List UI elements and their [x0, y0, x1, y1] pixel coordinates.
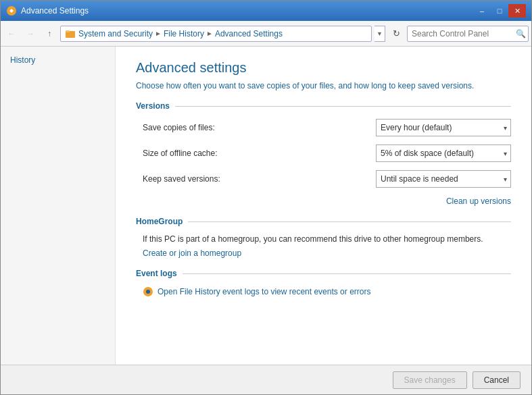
save-copies-row: Save copies of files: Every 10 minutes E…	[136, 119, 511, 136]
cache-size-select[interactable]: 2% of disk space 5% of disk space (defau…	[376, 144, 511, 162]
minimize-button[interactable]: –	[473, 4, 491, 18]
main-window: Advanced Settings – □ ✕ ← → ↑ System and…	[0, 0, 532, 395]
svg-rect-2	[66, 30, 70, 32]
homegroup-section-header: HomeGroup	[136, 217, 511, 226]
homegroup-section-title: HomeGroup	[136, 217, 183, 226]
address-path: System and Security ► File History ► Adv…	[60, 26, 372, 42]
page-description: Choose how often you want to save copies…	[136, 81, 511, 90]
leftnav-item-history[interactable]: History	[1, 52, 115, 68]
search-icon: 🔍	[516, 29, 526, 38]
page-desc-text2: to keep saved versions.	[387, 81, 474, 90]
title-bar-buttons: – □ ✕	[473, 4, 526, 18]
back-button[interactable]: ←	[3, 26, 20, 42]
search-box[interactable]: 🔍	[407, 26, 529, 42]
save-copies-select[interactable]: Every 10 minutes Every 15 minutes Every …	[376, 119, 511, 136]
bottom-bar: Save changes Cancel	[1, 365, 531, 394]
path-system-security[interactable]: System and Security	[78, 29, 153, 38]
close-button[interactable]: ✕	[508, 4, 526, 18]
keep-versions-label: Keep saved versions:	[143, 174, 376, 184]
versions-section-header: Versions	[136, 101, 511, 111]
forward-button[interactable]: →	[22, 26, 39, 42]
address-bar: ← → ↑ System and Security ► File History…	[1, 21, 531, 47]
homegroup-section-line	[188, 221, 511, 222]
keep-versions-select[interactable]: 1 month 3 months 6 months 9 months 1 yea…	[376, 170, 511, 188]
cache-size-row: Size of offline cache: 2% of disk space …	[136, 144, 511, 162]
save-copies-label: Save copies of files:	[143, 123, 376, 132]
window-title: Advanced Settings	[21, 6, 89, 16]
app-icon	[6, 5, 17, 16]
versions-section-title: Versions	[136, 101, 170, 111]
eventlogs-section-header: Event logs	[136, 269, 511, 278]
refresh-button[interactable]: ↻	[388, 26, 404, 42]
maximize-button[interactable]: □	[491, 4, 508, 18]
versions-section-line	[175, 106, 511, 107]
cache-size-label: Size of offline cache:	[143, 149, 376, 158]
up-button[interactable]: ↑	[41, 26, 57, 42]
cancel-button[interactable]: Cancel	[473, 371, 521, 389]
left-nav: History	[1, 47, 116, 365]
homegroup-link[interactable]: Create or join a homegroup	[143, 248, 241, 258]
homegroup-link-container: Create or join a homegroup	[136, 248, 511, 258]
content-area: Advanced settings Choose how often you w…	[116, 47, 531, 365]
event-log-icon	[143, 286, 153, 297]
cleanup-link[interactable]: Clean up versions	[446, 196, 511, 206]
save-copies-select-wrapper: Every 10 minutes Every 15 minutes Every …	[376, 119, 511, 136]
event-log-link-container: Open File History event logs to view rec…	[136, 286, 511, 297]
path-dropdown-button[interactable]: ▼	[374, 26, 385, 42]
page-title: Advanced settings	[136, 60, 511, 76]
main-area: History Advanced settings Choose how oft…	[1, 47, 531, 365]
save-changes-button[interactable]: Save changes	[393, 371, 467, 389]
page-desc-text1: Choose how often you want to save copies…	[136, 81, 354, 90]
page-desc-highlight1: how long	[354, 81, 387, 90]
path-advanced-settings[interactable]: Advanced Settings	[215, 29, 283, 38]
homegroup-description: If this PC is part of a homegroup, you c…	[136, 234, 511, 244]
path-file-history[interactable]: File History	[164, 29, 204, 38]
cache-size-select-wrapper: 2% of disk space 5% of disk space (defau…	[376, 144, 511, 162]
search-input[interactable]	[412, 29, 513, 38]
cleanup-link-container: Clean up versions	[136, 196, 511, 206]
title-bar-left: Advanced Settings	[6, 5, 89, 16]
keep-versions-select-wrapper: 1 month 3 months 6 months 9 months 1 yea…	[376, 170, 511, 188]
keep-versions-row: Keep saved versions: 1 month 3 months 6 …	[136, 170, 511, 188]
eventlogs-section-line	[183, 273, 511, 274]
svg-point-4	[146, 290, 150, 294]
path-icon	[65, 28, 76, 39]
event-log-link[interactable]: Open File History event logs to view rec…	[158, 287, 370, 296]
eventlogs-section-title: Event logs	[136, 269, 177, 278]
title-bar: Advanced Settings – □ ✕	[1, 1, 531, 21]
